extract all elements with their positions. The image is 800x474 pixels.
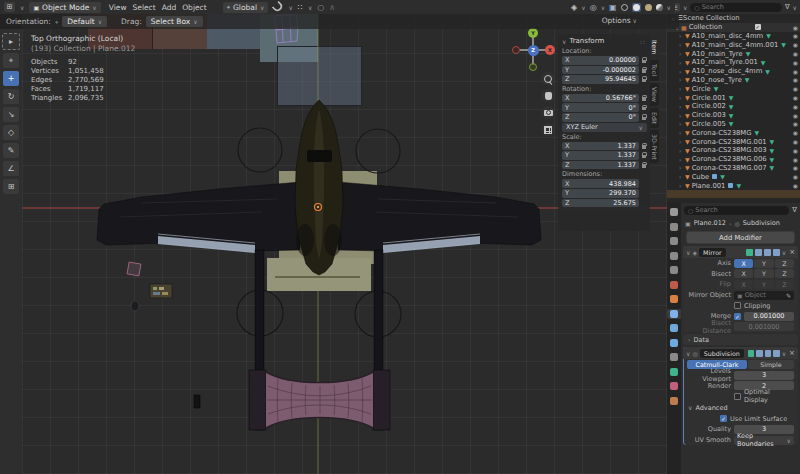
outliner-row[interactable]: ›▼Circle.005▼◉ [667, 120, 800, 129]
scale-x-field[interactable]: X1.337 [562, 142, 639, 151]
eye-icon[interactable]: ◉ [793, 103, 798, 110]
bisect-x-button[interactable]: X [734, 269, 753, 278]
object-name[interactable]: Corona-CS238MG [692, 129, 752, 137]
outliner-row[interactable]: ›▼Circle.001▼◉ [667, 93, 800, 102]
outliner-root[interactable]: Scene Collection [683, 14, 740, 22]
move-tool[interactable]: + [3, 71, 19, 86]
shading-caret[interactable]: ∨ [667, 4, 671, 11]
outliner-row[interactable]: ›▼Corona-CS238MG.003▼◉ [667, 146, 800, 155]
gizmo-y-neg-axis[interactable] [529, 63, 537, 71]
snap-caret[interactable]: ∨ [288, 4, 292, 11]
bisect-z-button[interactable]: Z [775, 269, 794, 278]
outliner-row-collection[interactable]: ∨▦Collection✓◉ [667, 23, 800, 32]
breadcrumb-modifier[interactable]: Subdivision [743, 219, 780, 227]
annotate-tool[interactable]: ✎ [3, 143, 19, 158]
object-name[interactable]: A10_nose_Tyre [692, 76, 742, 84]
lock-icon[interactable] [642, 164, 646, 167]
tool-properties-icon[interactable] [670, 208, 678, 216]
location-x-field[interactable]: X0.00000 [562, 56, 639, 65]
scale-z-field[interactable]: Z1.337 [562, 161, 639, 170]
menu-add[interactable]: Add [159, 3, 180, 12]
menu-select[interactable]: Select [130, 3, 159, 12]
dimensions-y-field[interactable]: Y299.370 [562, 189, 639, 198]
output-properties-icon[interactable] [670, 237, 678, 245]
eye-icon[interactable]: ◉ [793, 156, 798, 163]
eye-icon[interactable]: ◉ [793, 41, 798, 48]
add-cube-tool[interactable]: ⊞ [3, 179, 19, 194]
object-properties-icon[interactable] [670, 295, 678, 303]
zoom-button[interactable] [541, 72, 555, 85]
outliner-row[interactable]: ›▼A10_main_disc_4mm.001▼◉ [667, 40, 800, 49]
shading-rendered-icon[interactable] [656, 4, 663, 11]
outliner-row[interactable]: ›▼A10_main_disc_4mm▼◉ [667, 32, 800, 41]
modifiers-properties-icon[interactable] [670, 310, 678, 318]
levels-viewport-field[interactable]: 3 [734, 371, 794, 380]
mirror-modifier-header[interactable]: ∨ ◈ Mirror ∨ × [683, 246, 798, 258]
object-name[interactable]: A10_nose_disc_4mm [692, 67, 763, 75]
rotate-tool[interactable]: ↻ [3, 89, 19, 104]
modifier-extras-caret[interactable]: ∨ [782, 350, 786, 357]
outliner-row[interactable]: ›▼Circle.002▼◉ [667, 102, 800, 111]
shading-material-icon[interactable] [645, 4, 652, 11]
outliner-row[interactable]: ›▼Plane.001▼◉ [667, 181, 800, 190]
shading-solid-active[interactable] [632, 3, 641, 12]
object-name[interactable]: Corona-CS238MG.003 [692, 146, 767, 154]
gizmo-y-axis[interactable]: Y [528, 28, 538, 38]
outliner-row[interactable]: ›▼Corona-CS238MG.006▼◉ [667, 155, 800, 164]
sidebar-tab-item[interactable]: Item [650, 36, 659, 58]
eyedropper-icon[interactable]: ✎ [786, 292, 791, 299]
eye-icon[interactable]: ◉ [793, 32, 798, 39]
scale-y-field[interactable]: Y1.337 [562, 151, 639, 160]
camera-view-button[interactable] [541, 106, 555, 119]
outliner-row[interactable]: ›▼Corona-CS238MG.001▼◉ [667, 137, 800, 146]
lock-icon[interactable] [642, 69, 646, 72]
aircraft-model[interactable] [97, 100, 541, 430]
toggle-xray-icon[interactable]: ▣ [609, 3, 617, 12]
outliner-row[interactable]: ›▼Corona-CS238MG▼◉ [667, 128, 800, 137]
measure-tool[interactable]: ∠ [3, 161, 19, 176]
object-name[interactable]: Cube [692, 173, 710, 181]
display-render-icon[interactable] [773, 350, 779, 357]
location-z-field[interactable]: Z95.94645 [562, 75, 639, 84]
mirror-name-field[interactable]: Mirror [699, 248, 726, 257]
object-name[interactable]: Circle.005 [692, 120, 726, 128]
eye-icon[interactable]: ◉ [793, 120, 798, 127]
drag-select[interactable]: Select Box ∨ [146, 16, 203, 27]
modifier-extras-caret[interactable]: ∨ [782, 249, 786, 256]
properties-search-input[interactable] [695, 206, 785, 214]
rotation-mode-dropdown[interactable]: XYZ Euler∨ [562, 123, 647, 132]
merge-threshold-field[interactable]: 0.001000 [744, 312, 794, 321]
object-name[interactable]: A10_main_Tyre [692, 50, 743, 58]
data-properties-icon[interactable] [670, 368, 678, 376]
menu-view[interactable]: View [106, 3, 130, 12]
transform-orientation-dropdown[interactable]: ⌖ Global ∨ [223, 2, 269, 13]
axis-y-button[interactable]: Y [754, 259, 773, 268]
cursor-tool[interactable]: ⌖ [3, 53, 19, 68]
subdivision-name-field[interactable]: Subdivision [700, 349, 744, 358]
gizmo-z-axis[interactable]: Z [528, 45, 539, 56]
eye-icon[interactable]: ◉ [793, 147, 798, 154]
remove-modifier-icon[interactable]: × [789, 248, 795, 256]
eye-icon[interactable]: ◉ [793, 112, 798, 119]
panel-grip-icon[interactable]: :: [640, 38, 646, 45]
options-dropdown[interactable]: Options ∨ [602, 16, 637, 25]
proportional-edit-icon[interactable]: ∷ [298, 3, 303, 12]
show-overlays-icon[interactable]: ◎ [590, 3, 597, 12]
outliner-row[interactable]: ›▼A10_nose_Tyre▼◉ [667, 76, 800, 85]
rotation-x-field[interactable]: X0.56766° [562, 94, 639, 103]
algorithm-simple-button[interactable]: Simple [748, 360, 794, 369]
gizmo-x-axis[interactable]: X [545, 45, 555, 55]
lock-icon[interactable] [642, 79, 646, 82]
menu-object[interactable]: Object [179, 3, 209, 12]
outliner-row[interactable]: ›▼A10_nose_disc_4mm▼◉ [667, 67, 800, 76]
use-limit-surface-checkbox[interactable]: ✓ [720, 415, 727, 422]
constraints-properties-icon[interactable] [670, 353, 678, 361]
dimensions-x-field[interactable]: X438.984 [562, 179, 639, 188]
outliner-row[interactable]: ›▼A10_main_Tyre▼◉ [667, 49, 800, 58]
viewport-3d[interactable]: Top Orthographic (Local) (193) Collectio… [22, 14, 667, 474]
subdivision-modifier-header[interactable]: ∨ ◎ Subdivision ∨ × [683, 347, 798, 359]
display-editmode-icon[interactable] [746, 249, 753, 256]
clipping-checkbox[interactable] [734, 302, 741, 309]
view-layer-properties-icon[interactable] [670, 252, 678, 260]
mode-dropdown[interactable]: ▣ Object Mode ∨ [29, 2, 100, 13]
